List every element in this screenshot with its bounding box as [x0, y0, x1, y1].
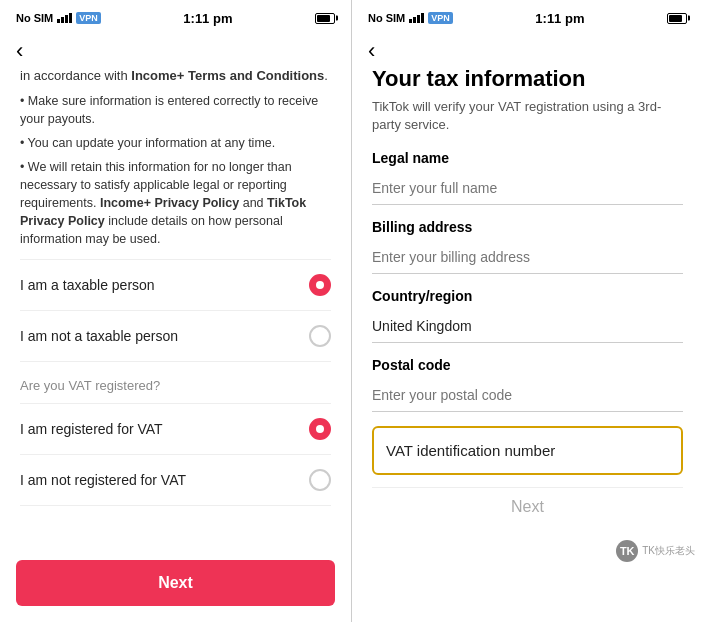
postal-code-input[interactable] — [372, 381, 683, 412]
billing-address-input[interactable] — [372, 243, 683, 274]
vat-yes-radio[interactable] — [309, 418, 331, 440]
vat-no-label: I am not registered for VAT — [20, 472, 186, 488]
billing-address-field: Billing address — [372, 219, 683, 274]
left-status-bar: No SIM VPN 1:11 pm — [0, 0, 351, 32]
billing-address-label: Billing address — [372, 219, 683, 235]
left-signal — [57, 13, 72, 23]
bullet-1: • Make sure information is entered corre… — [20, 92, 331, 128]
watermark: TK TK快乐老头 — [616, 540, 695, 562]
left-carrier: No SIM — [16, 12, 53, 24]
taxable-option-no[interactable]: I am not a taxable person — [20, 311, 331, 362]
left-time: 1:11 pm — [183, 11, 232, 26]
country-value[interactable]: United Kingdom — [372, 312, 683, 343]
left-back-button[interactable]: ‹ — [0, 32, 39, 66]
left-battery — [315, 13, 335, 24]
bullet-2: • You can update your information at any… — [20, 134, 331, 152]
intro-paragraph: in accordance with Income+ Terms and Con… — [20, 66, 331, 86]
vat-section: I am registered for VAT I am not registe… — [20, 403, 331, 506]
postal-code-label: Postal code — [372, 357, 683, 373]
left-next-button[interactable]: Next — [16, 560, 335, 606]
country-label: Country/region — [372, 288, 683, 304]
right-signal — [409, 13, 424, 23]
legal-name-label: Legal name — [372, 150, 683, 166]
right-status-bar: No SIM VPN 1:11 pm — [352, 0, 703, 32]
taxable-option-yes[interactable]: I am a taxable person — [20, 259, 331, 311]
right-next-button[interactable]: Next — [372, 487, 683, 526]
left-scrollable-content: in accordance with Income+ Terms and Con… — [0, 66, 351, 548]
watermark-text: TK快乐老头 — [642, 544, 695, 558]
left-vpn-badge: VPN — [76, 12, 101, 24]
left-status-right — [315, 13, 335, 24]
legal-name-input[interactable] — [372, 174, 683, 205]
postal-code-field: Postal code — [372, 357, 683, 412]
right-status-left: No SIM VPN — [368, 12, 453, 24]
vat-identification-box[interactable]: VAT identification number — [372, 426, 683, 475]
taxable-yes-radio[interactable] — [309, 274, 331, 296]
vat-yes-label: I am registered for VAT — [20, 421, 163, 437]
country-field: Country/region United Kingdom — [372, 288, 683, 343]
right-vpn-badge: VPN — [428, 12, 453, 24]
taxable-section: I am a taxable person I am not a taxable… — [20, 259, 331, 362]
vat-option-yes[interactable]: I am registered for VAT — [20, 403, 331, 455]
taxable-no-label: I am not a taxable person — [20, 328, 178, 344]
right-time: 1:11 pm — [535, 11, 584, 26]
taxable-yes-label: I am a taxable person — [20, 277, 155, 293]
left-status-left: No SIM VPN — [16, 12, 101, 24]
legal-name-field: Legal name — [372, 150, 683, 205]
right-battery — [667, 13, 687, 24]
watermark-icon: TK — [616, 540, 638, 562]
right-status-right — [667, 13, 687, 24]
vat-option-no[interactable]: I am not registered for VAT — [20, 455, 331, 506]
right-carrier: No SIM — [368, 12, 405, 24]
right-scrollable-content: Your tax information TikTok will verify … — [352, 66, 703, 622]
taxable-no-radio[interactable] — [309, 325, 331, 347]
vat-no-radio[interactable] — [309, 469, 331, 491]
left-phone-panel: No SIM VPN 1:11 pm ‹ in accordance with … — [0, 0, 351, 622]
right-back-button[interactable]: ‹ — [352, 32, 391, 66]
page-subtitle: TikTok will verify your VAT registration… — [372, 98, 683, 134]
page-title: Your tax information — [372, 66, 683, 92]
bullet-3: • We will retain this information for no… — [20, 158, 331, 249]
vat-question-label: Are you VAT registered? — [20, 378, 331, 393]
right-phone-panel: No SIM VPN 1:11 pm ‹ Your tax informatio… — [352, 0, 703, 622]
